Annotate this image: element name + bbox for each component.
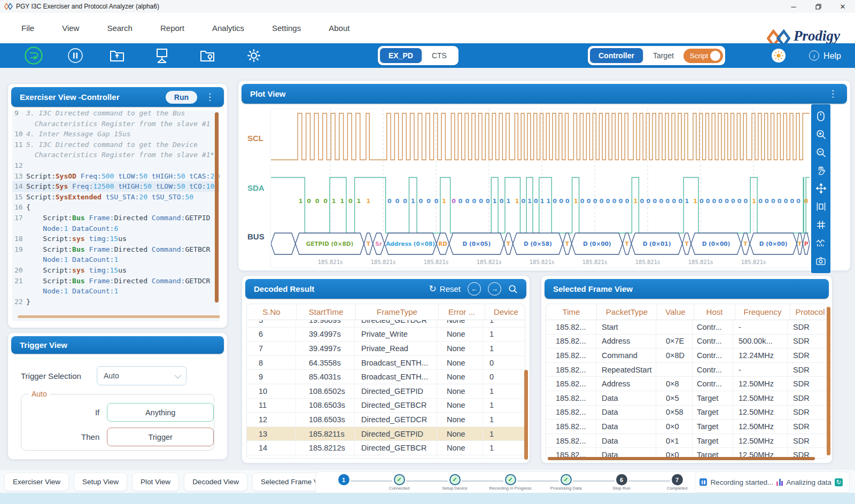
- code-line[interactable]: 17 Script:Bus Frame:Directed Command:GET…: [12, 213, 220, 223]
- exerciser-run-icon[interactable]: [24, 46, 43, 65]
- table-row[interactable]: 185.82...Data0×58Target12.50MHzSDR: [546, 406, 827, 420]
- tab-setup-view[interactable]: Setup View: [74, 472, 127, 491]
- table-row[interactable]: 10108.6502sDirected_GETPIDNone1: [247, 384, 525, 399]
- menu-report[interactable]: Report: [160, 24, 184, 33]
- table-row[interactable]: 985.4031sBroadcast_ENTH...None0: [247, 370, 525, 384]
- tab-controller[interactable]: Controller: [590, 48, 643, 63]
- script-toggle[interactable]: Script: [683, 49, 724, 63]
- table-row[interactable]: 12108.6503sDirected_GETDCRNone1: [247, 413, 525, 427]
- trigger-selection-dropdown[interactable]: Auto: [97, 366, 186, 385]
- pan-hand-icon[interactable]: [815, 165, 826, 176]
- table-row[interactable]: 739.4997sPrivate_ReadNone1: [247, 342, 525, 356]
- code-line[interactable]: 20 Script:sys timg:15us: [12, 265, 220, 276]
- column-header[interactable]: Time: [546, 304, 597, 320]
- help-button[interactable]: i Help: [809, 51, 841, 61]
- run-button[interactable]: Run: [166, 91, 197, 104]
- next-frame-button[interactable]: →: [488, 282, 501, 296]
- device-monitor-icon[interactable]: [155, 48, 169, 63]
- mouse-mode-icon[interactable]: [815, 111, 826, 122]
- column-header[interactable]: Value: [657, 304, 694, 320]
- close-button[interactable]: ✕: [830, 0, 855, 13]
- folder-open-icon[interactable]: [110, 49, 125, 62]
- folder-location-icon[interactable]: [200, 49, 215, 62]
- code-line[interactable]: 13Script:SysOD Freq:500 tLOW:50 tHIGH:50…: [12, 171, 220, 182]
- if-condition-button[interactable]: Anything: [107, 403, 214, 422]
- selected-vertical-scrollbar[interactable]: [827, 307, 830, 455]
- pause-icon[interactable]: [67, 48, 83, 64]
- table-row[interactable]: 185.82...StartContr...-SDR: [546, 320, 827, 335]
- table-row[interactable]: 185.82...Data0×5Target12.50MHzSDR: [546, 391, 827, 406]
- code-line[interactable]: Node:1 DataCount:1: [12, 286, 220, 297]
- signal-chart-icon[interactable]: [815, 237, 826, 248]
- code-line[interactable]: 104. Inter Message Gap 15us: [12, 129, 220, 139]
- editor-vertical-scrollbar[interactable]: [215, 112, 219, 303]
- column-header[interactable]: PacketType: [597, 304, 657, 320]
- table-row[interactable]: 185.82...Address0×7EContr...500.00k...SD…: [546, 335, 827, 349]
- camera-snapshot-icon[interactable]: [815, 255, 826, 266]
- code-line[interactable]: 19 Script:Bus Frame:Directed Command:GET…: [12, 244, 220, 255]
- compare-panels-icon[interactable]: [815, 201, 826, 212]
- restore-button[interactable]: [806, 0, 830, 13]
- code-line[interactable]: Characteristics Register from the slave …: [12, 150, 220, 160]
- tab-plot-view[interactable]: Plot View: [132, 472, 179, 491]
- decoded-vertical-scrollbar[interactable]: [524, 370, 528, 460]
- column-header[interactable]: S.No: [247, 304, 297, 320]
- code-line[interactable]: Node:1 DataCount:1: [12, 254, 220, 265]
- tab-decoded-view[interactable]: Decoded View: [184, 472, 247, 491]
- reset-button[interactable]: ↻Reset: [429, 283, 461, 294]
- code-line[interactable]: 21 Script:Bus Frame:Directed Command:GET…: [12, 276, 220, 286]
- code-line[interactable]: 22}: [12, 297, 220, 307]
- menu-about[interactable]: About: [329, 24, 349, 33]
- plot-menu-kebab-icon[interactable]: ⋮: [827, 88, 838, 99]
- code-line[interactable]: 115. I3C Directed command to get the Dev…: [12, 139, 220, 150]
- waveform-plot[interactable]: 185.821s185.821s185.821s185.821s185.821s…: [270, 108, 811, 268]
- table-row[interactable]: 185.82...Data0×1Target12.50MHzSDR: [546, 434, 827, 448]
- minimize-button[interactable]: ─: [781, 0, 806, 13]
- code-line[interactable]: 93. I3C Directed command to get the Bus: [12, 111, 220, 119]
- theme-sun-icon[interactable]: [772, 49, 786, 63]
- table-row[interactable]: 185.82...Data0×0Target12.50MHzSDR: [546, 420, 827, 434]
- table-row[interactable]: 185.82...RepeatedStartContr...-SDR: [546, 363, 827, 377]
- search-icon[interactable]: [508, 284, 518, 294]
- table-row[interactable]: 15185.8212sDirected_GETDCRNone1: [247, 455, 525, 459]
- menu-search[interactable]: Search: [107, 24, 133, 33]
- menu-settings[interactable]: Settings: [272, 24, 301, 33]
- settings-gear-icon[interactable]: [246, 48, 261, 63]
- exerciser-menu-kebab-icon[interactable]: ⋮: [204, 91, 215, 103]
- table-row[interactable]: 185.82...Address0×8Contr...12.50MHzSDR: [546, 377, 827, 391]
- column-header[interactable]: StartTime: [297, 304, 356, 320]
- code-line[interactable]: 15Script:SysExtended tSU_STA:20 tSU_STO:…: [12, 192, 220, 203]
- column-header[interactable]: Host: [694, 304, 735, 320]
- table-row[interactable]: 864.3558sBroadcast_ENTH...None0: [247, 356, 525, 370]
- grid-icon[interactable]: [815, 219, 826, 230]
- then-action-button[interactable]: Trigger: [107, 428, 214, 446]
- code-line[interactable]: 12: [12, 160, 220, 171]
- script-editor[interactable]: 93. I3C Directed command to get the Bus …: [12, 111, 220, 321]
- move-icon[interactable]: [815, 183, 826, 194]
- column-header[interactable]: Frequency: [735, 304, 790, 320]
- zoom-in-icon[interactable]: [815, 129, 826, 140]
- table-row[interactable]: 519.9609sDirected_GETDCRNone1: [247, 320, 525, 328]
- menu-view[interactable]: View: [62, 24, 79, 33]
- table-row[interactable]: 11108.6503sDirected_GETBCRNone1: [247, 399, 525, 413]
- code-line[interactable]: Node:1 DataCount:6: [12, 223, 220, 234]
- menu-analytics[interactable]: Analytics: [212, 24, 244, 33]
- code-line[interactable]: 14Script:Sys Freq:12500 tHIGH:50 tLOW:50…: [12, 181, 220, 192]
- tab-cts[interactable]: CTS: [422, 48, 456, 63]
- tab-target[interactable]: Target: [643, 48, 683, 63]
- prev-frame-button[interactable]: ←: [468, 282, 481, 296]
- column-header[interactable]: FrameType: [356, 304, 439, 320]
- column-header[interactable]: Protocol: [790, 304, 828, 320]
- tab-exerciser-view[interactable]: Exerciser View: [4, 472, 69, 491]
- table-row[interactable]: 185.82...Command0×8DContr...12.24MHzSDR: [546, 348, 827, 363]
- table-row[interactable]: 14185.8212sDirected_GETBCRNone1: [247, 441, 525, 455]
- column-header[interactable]: Device: [485, 304, 525, 320]
- tab-ex-pd[interactable]: EX_PD: [380, 48, 422, 63]
- menu-file[interactable]: File: [21, 24, 34, 33]
- editor-horizontal-scrollbar[interactable]: [18, 315, 220, 318]
- column-header[interactable]: Error ...: [439, 304, 485, 320]
- code-line[interactable]: 18 Script:sys timg:15us: [12, 234, 220, 244]
- code-line[interactable]: Characteristics Register from the slave …: [12, 119, 220, 129]
- table-row[interactable]: 639.4997sPrivate_WriteNone1: [247, 328, 525, 342]
- zoom-out-icon[interactable]: [815, 147, 826, 158]
